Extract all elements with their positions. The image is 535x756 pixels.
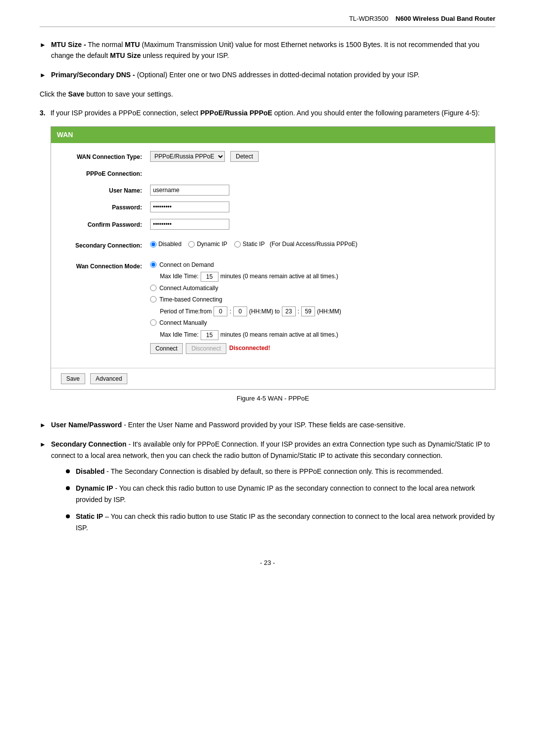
wan-header-text: WAN — [57, 131, 73, 139]
bullet-arrow-secondary: ► — [40, 440, 46, 450]
page-number: - 23 - — [40, 559, 495, 566]
bullet-content-secondary: Secondary Connection - It's available on… — [51, 439, 495, 539]
wan-mode-value: Connect on Demand Max Idle Time: minutes… — [150, 260, 485, 354]
product-label: N600 Wireless Dual Band Router — [396, 15, 495, 22]
confirm-password-value — [150, 219, 485, 230]
manual-idle-input[interactable] — [201, 330, 218, 340]
detect-button[interactable]: Detect — [230, 151, 259, 162]
numbered-item-3: 3. If your ISP provides a PPPoE connecti… — [40, 107, 495, 411]
demand-idle-prefix: Max Idle Time: — [160, 272, 199, 281]
sub-bullet-content-dynamic: Dynamic IP - You can check this radio bu… — [76, 483, 495, 505]
save-word: Save — [68, 90, 85, 98]
dynamic-bold: Dynamic IP — [76, 484, 113, 492]
wan-header: WAN — [51, 127, 495, 143]
demand-idle-row: Max Idle Time: minutes (0 means remain a… — [160, 272, 485, 282]
bullet-arrow-mtu: ► — [40, 40, 46, 50]
password-row: Password: — [61, 202, 485, 212]
time-to-h[interactable] — [282, 306, 296, 316]
wan-connection-type-label: WAN Connection Type: — [61, 151, 150, 162]
num-3-label: 3. — [40, 107, 46, 118]
wan-body: WAN Connection Type: PPPoE/Russia PPPoE … — [51, 143, 495, 368]
bullet-arrow-user: ► — [40, 420, 46, 431]
secondary-label: Secondary Connection: — [61, 240, 150, 251]
sub-bullet-list: Disabled - The Secondary Connection is d… — [66, 466, 495, 533]
sub-bullet-static: Static IP – You can check this radio but… — [66, 511, 495, 533]
mode-time: Time-based Connecting — [150, 295, 485, 304]
disconnect-button[interactable]: Disconnect — [186, 343, 226, 354]
mode-manual-label: Connect Manually — [160, 318, 207, 328]
username-value — [150, 185, 485, 196]
mode-auto: Connect Automatically — [150, 284, 485, 293]
time-from-h[interactable] — [214, 306, 227, 316]
time-to-m[interactable] — [301, 306, 315, 316]
header-bar: TL-WDR3500 N600 Wireless Dual Band Route… — [40, 15, 495, 27]
bullet-mtu: ► MTU Size - The normal MTU (Maximum Tra… — [40, 39, 495, 61]
radio-disabled-label: Disabled — [159, 240, 182, 249]
radio-static-label: Static IP (For Dual Access/Russia PPPoE) — [243, 240, 358, 249]
username-row: User Name: — [61, 185, 485, 196]
bullet-secondary: ► Secondary Connection - It's available … — [40, 439, 495, 539]
bullet-content-dns: Primary/Secondary DNS - (Optional) Enter… — [51, 69, 495, 80]
time-period-prefix: Period of Time:from — [160, 307, 212, 316]
connect-buttons-row: Connect Disconnect Disconnected! — [150, 343, 485, 354]
manual-idle-row: Max Idle Time: minutes (0 means remain a… — [160, 330, 485, 340]
wan-box: WAN WAN Connection Type: PPPoE/Russia PP… — [51, 126, 495, 389]
sub-bullet-dot-static — [66, 514, 70, 518]
secondary-radio-group: Disabled Dynamic IP Static IP (For Dual … — [150, 240, 485, 249]
manual-idle-suffix: minutes (0 means remain active at all ti… — [220, 330, 338, 340]
radio-manual[interactable] — [150, 319, 157, 326]
wan-mode-label: Wan Connection Mode: — [61, 260, 150, 271]
radio-dynamic[interactable] — [188, 241, 195, 248]
wan-advanced-button[interactable]: Advanced — [90, 373, 127, 384]
radio-demand[interactable] — [150, 261, 157, 268]
static-bold: Static IP — [76, 512, 103, 520]
radio-time[interactable] — [150, 296, 157, 302]
figure-caption: Figure 4-5 WAN - PPPoE — [51, 394, 495, 404]
wan-connection-type-row: WAN Connection Type: PPPoE/Russia PPPoE … — [61, 151, 485, 162]
radio-static[interactable] — [234, 241, 241, 248]
confirm-password-label: Confirm Password: — [61, 219, 150, 230]
user-bold: User Name/Password — [51, 421, 122, 429]
radio-auto[interactable] — [150, 285, 157, 291]
confirm-password-input[interactable] — [150, 219, 229, 230]
confirm-password-row: Confirm Password: — [61, 219, 485, 230]
radio-disabled[interactable] — [150, 241, 157, 248]
mode-auto-label: Connect Automatically — [160, 284, 218, 293]
time-hhmm1: (HH:MM) to — [249, 307, 280, 316]
wan-footer: Save Advanced — [51, 368, 495, 389]
pppoe-connection-label: PPPoE Connection: — [61, 168, 150, 179]
sub-bullet-dynamic: Dynamic IP - You can check this radio bu… — [66, 483, 495, 505]
bullet-content-mtu: MTU Size - The normal MTU (Maximum Trans… — [51, 39, 495, 61]
pppoe-connection-row: PPPoE Connection: — [61, 168, 485, 179]
demand-idle-suffix: minutes (0 means remain active at all ti… — [220, 272, 338, 281]
wan-mode-row: Wan Connection Mode: Connect on Demand M… — [61, 260, 485, 354]
dns-bold: Primary/Secondary DNS - — [51, 71, 135, 79]
mode-manual: Connect Manually — [150, 318, 485, 328]
time-period-row: Period of Time:from : (HH:MM) to : (HH:M… — [160, 306, 485, 316]
secondary-bold: Secondary Connection — [51, 440, 126, 448]
disconnected-text: Disconnected! — [229, 344, 270, 353]
bullet-content-user: User Name/Password - Enter the User Name… — [51, 419, 495, 430]
username-input[interactable] — [150, 185, 229, 196]
password-input[interactable] — [150, 202, 229, 212]
mtu-bold: MTU Size - — [51, 41, 86, 49]
connect-button[interactable]: Connect — [150, 343, 183, 354]
wan-save-button[interactable]: Save — [61, 373, 85, 384]
secondary-value: Disabled Dynamic IP Static IP (For Dual … — [150, 240, 485, 249]
mode-demand-label: Connect on Demand — [160, 260, 214, 270]
username-label: User Name: — [61, 185, 150, 196]
connection-type-select[interactable]: PPPoE/Russia PPPoE — [150, 151, 225, 162]
num-3-content: If your ISP provides a PPPoE connection,… — [51, 107, 495, 411]
time-from-m[interactable] — [233, 306, 247, 316]
bullet-dns: ► Primary/Secondary DNS - (Optional) Ent… — [40, 69, 495, 81]
sub-bullet-content-disabled: Disabled - The Secondary Connection is d… — [76, 466, 495, 477]
sub-bullet-dot-dynamic — [66, 486, 70, 490]
password-value — [150, 202, 485, 212]
demand-idle-input[interactable] — [201, 272, 218, 282]
mode-time-label: Time-based Connecting — [160, 295, 222, 304]
secondary-disabled: Disabled — [150, 240, 182, 249]
time-colon1: : — [229, 307, 231, 316]
click-save-line: Click the Save button to save your setti… — [40, 89, 495, 100]
sub-bullet-dot-disabled — [66, 469, 70, 473]
radio-dynamic-label: Dynamic IP — [197, 240, 227, 249]
